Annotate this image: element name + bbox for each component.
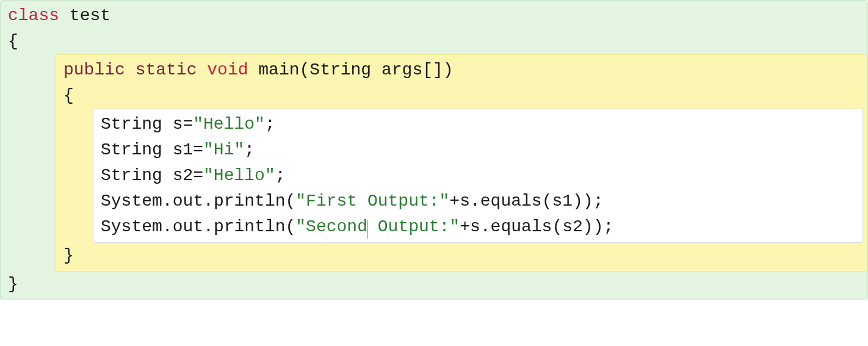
statement-println-2: System.out.println("Second Output:"+s.eq… (93, 214, 863, 240)
keyword-public: public (63, 60, 125, 79)
method-close-brace-line: } (56, 243, 867, 269)
dot: . (480, 217, 491, 236)
method-body-block: String s="Hello"; String s1="Hi"; String… (93, 109, 863, 243)
var-s: s (470, 217, 480, 236)
param-name: args (382, 60, 422, 79)
close-paren: ) (583, 217, 593, 236)
close-paren: ) (443, 60, 454, 79)
open-brace: { (63, 86, 74, 105)
open-brace: { (8, 32, 18, 51)
close-brace: } (8, 275, 18, 294)
class-close-brace-line: } (1, 272, 867, 297)
close-paren: ) (573, 192, 583, 211)
close-paren: ) (593, 217, 604, 236)
method-open-brace-line: { (56, 83, 867, 109)
keyword-static: static (136, 60, 197, 79)
string-second-part1: "Second (295, 217, 367, 236)
var-s2: s2 (173, 166, 193, 185)
string-hi: "Hi" (203, 140, 244, 159)
assign: = (193, 166, 203, 185)
space (125, 60, 136, 79)
open-paren: ( (286, 217, 296, 236)
keyword-void: void (207, 60, 248, 79)
ident-equals: equals (491, 217, 552, 236)
dot: . (203, 217, 214, 236)
assign: = (193, 140, 203, 159)
semicolon: ; (275, 166, 286, 185)
ident-println: println (214, 192, 286, 211)
statement-println-1: System.out.println("First Output:"+s.equ… (93, 189, 863, 214)
ident-system: System (101, 217, 162, 236)
class-open-brace-line: { (1, 29, 867, 54)
string-first-output: "First Output:" (295, 192, 449, 211)
statement-s-decl: String s="Hello"; (93, 112, 863, 137)
plus: + (460, 217, 470, 236)
method-signature-line: public static void main(String args[]) (56, 57, 867, 83)
close-bracket: ] (433, 60, 443, 79)
semicolon: ; (603, 217, 613, 236)
var-s: s (460, 192, 470, 211)
open-bracket: [ (422, 60, 433, 79)
type-string: String (101, 115, 162, 134)
space (59, 6, 70, 25)
semicolon: ; (265, 115, 275, 134)
string-hello2: "Hello" (203, 166, 275, 185)
open-paren: ( (552, 217, 562, 236)
ident-system: System (101, 192, 162, 211)
close-paren: ) (583, 192, 593, 211)
dot: . (470, 192, 480, 211)
space (162, 166, 173, 185)
code-snippet: class test { public static void main(Str… (0, 0, 868, 346)
open-paren: ( (286, 192, 296, 211)
var-s1: s1 (552, 192, 573, 211)
ident-out: out (173, 192, 203, 211)
close-brace: } (63, 246, 74, 265)
var-s1: s1 (173, 140, 193, 159)
dot: . (162, 217, 173, 236)
open-paren: ( (542, 192, 552, 211)
param-type: String (309, 60, 371, 79)
statement-s2-decl: String s2="Hello"; (93, 163, 863, 189)
keyword-class: class (8, 6, 59, 25)
open-paren: ( (300, 60, 310, 79)
semicolon: ; (244, 140, 255, 159)
text-cursor-icon (367, 220, 367, 239)
method-name: main (258, 60, 299, 79)
space (371, 60, 382, 79)
space (248, 60, 259, 79)
semicolon: ; (593, 192, 604, 211)
assign: = (183, 115, 193, 134)
space (162, 115, 173, 134)
string-hello: "Hello" (193, 115, 265, 134)
space (197, 60, 207, 79)
ident-equals: equals (480, 192, 542, 211)
dot: . (162, 192, 173, 211)
class-block: class test { public static void main(Str… (0, 0, 868, 300)
var-s2: s2 (562, 217, 583, 236)
plus: + (449, 192, 460, 211)
type-string: String (101, 140, 162, 159)
ident-println: println (214, 217, 286, 236)
var-s: s (173, 115, 183, 134)
statement-s1-decl: String s1="Hi"; (93, 137, 863, 163)
dot: . (203, 192, 214, 211)
class-name: test (70, 6, 110, 25)
type-string: String (101, 166, 162, 185)
class-declaration-line: class test (1, 3, 867, 29)
string-second-part2: Output:" (367, 217, 460, 236)
ident-out: out (173, 217, 203, 236)
method-block: public static void main(String args[]) {… (56, 54, 867, 272)
space (162, 140, 173, 159)
